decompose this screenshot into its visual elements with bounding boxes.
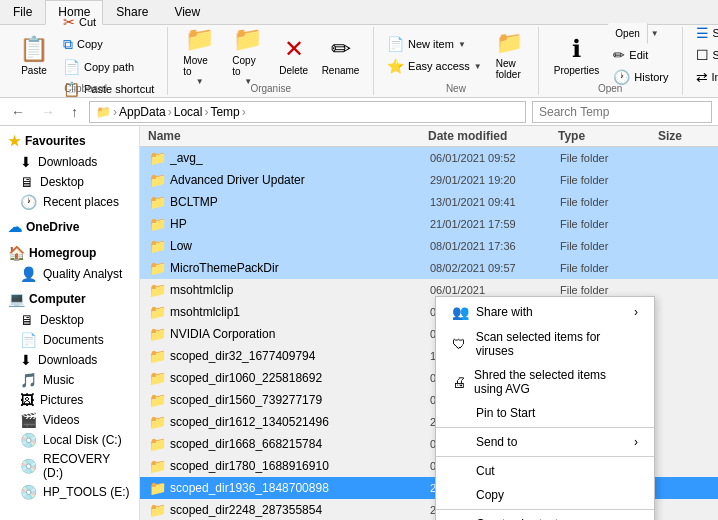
context-menu-item[interactable]: 🛡Scan selected items for viruses <box>436 325 654 363</box>
copy-to-button[interactable]: 📁 Copy to ▼ <box>225 20 271 91</box>
search-input[interactable] <box>532 101 712 123</box>
path-segment-1[interactable]: AppData <box>119 105 166 119</box>
clipboard-buttons: 📋 Paste ✂ Cut ⧉ Copy 📄 Copy path <box>12 29 159 81</box>
folder-icon: 📁 <box>149 414 166 430</box>
rename-icon: ✏ <box>331 35 351 63</box>
col-header-date[interactable]: Date modified <box>428 129 558 143</box>
ctx-item-icon: 🖨 <box>452 374 466 390</box>
copy-icon: ⧉ <box>63 36 73 53</box>
folder-icon: 📁 <box>149 502 166 518</box>
file-name: BCLTMP <box>170 195 430 209</box>
sidebar-item-documents[interactable]: 📄 Documents <box>0 330 139 350</box>
sidebar-item-recovery-d[interactable]: 💿 RECOVERY (D:) <box>0 450 139 482</box>
sidebar-item-local-disk-c[interactable]: 💿 Local Disk (C:) <box>0 430 139 450</box>
context-menu-item[interactable]: Cut <box>436 459 654 483</box>
sidebar-computer-header[interactable]: 💻 Computer <box>0 288 139 310</box>
table-row[interactable]: 📁 Low 08/01/2021 17:36 File folder <box>140 235 718 257</box>
sidebar-onedrive-label: OneDrive <box>26 220 79 234</box>
select-none-button[interactable]: ☐ Select none <box>691 44 718 66</box>
new-item-icon: 📄 <box>387 36 404 52</box>
invert-selection-button[interactable]: ⇄ Invert selection <box>691 66 718 88</box>
address-path[interactable]: 📁 › AppData › Local › Temp › <box>89 101 526 123</box>
delete-button[interactable]: ✕ Delete <box>273 30 314 81</box>
file-type: File folder <box>560 240 660 252</box>
file-date: 06/01/2021 09:52 <box>430 152 560 164</box>
context-menu-item[interactable]: Copy <box>436 483 654 507</box>
file-name: msohtmlclip <box>170 283 430 297</box>
file-date: 13/01/2021 09:41 <box>430 196 560 208</box>
open-main-button[interactable]: Open <box>608 23 646 44</box>
edit-button[interactable]: ✏ Edit <box>608 44 673 66</box>
context-menu-item[interactable]: Send to <box>436 430 654 454</box>
table-row[interactable]: 📁 Advanced Driver Updater 29/01/2021 19:… <box>140 169 718 191</box>
sidebar-item-videos[interactable]: 🎬 Videos <box>0 410 139 430</box>
invert-selection-icon: ⇄ <box>696 69 708 85</box>
sidebar-homegroup-section: 🏠 Homegroup 👤 Quality Analyst <box>0 242 139 284</box>
file-type: File folder <box>560 284 660 296</box>
copy-button[interactable]: ⧉ Copy <box>58 33 159 56</box>
sidebar-favourites-header[interactable]: ★ Favourites <box>0 130 139 152</box>
open-buttons: ℹ Properties Open ▼ ✏ Edit <box>547 29 674 81</box>
new-item-button[interactable]: 📄 New item ▼ <box>382 33 487 55</box>
copy-path-button[interactable]: 📄 Copy path <box>58 56 159 78</box>
table-row[interactable]: 📁 MicroThemePackDir 08/02/2021 09:57 Fil… <box>140 257 718 279</box>
context-menu-item[interactable]: Create shortcut <box>436 512 654 520</box>
sidebar-item-music[interactable]: 🎵 Music <box>0 370 139 390</box>
paste-button[interactable]: 📋 Paste <box>12 30 56 81</box>
context-menu-item[interactable]: 👥Share with <box>436 299 654 325</box>
col-header-size[interactable]: Size <box>658 129 718 143</box>
back-button[interactable]: ← <box>6 101 30 123</box>
table-row[interactable]: 📁 BCLTMP 13/01/2021 09:41 File folder <box>140 191 718 213</box>
easy-access-icon: ⭐ <box>387 58 404 74</box>
col-header-type[interactable]: Type <box>558 129 658 143</box>
organise-group-label: Organise <box>250 83 291 94</box>
sidebar-item-computer-desktop[interactable]: 🖥 Desktop <box>0 310 139 330</box>
file-name: scoped_dir1612_1340521496 <box>170 415 430 429</box>
open-dropdown-button[interactable]: ▼ <box>647 23 663 44</box>
easy-access-arrow: ▼ <box>474 62 482 71</box>
edit-icon: ✏ <box>613 47 625 63</box>
col-header-name[interactable]: Name <box>148 129 428 143</box>
easy-access-button[interactable]: ⭐ Easy access ▼ <box>382 55 487 77</box>
sidebar-item-quality-analyst[interactable]: 👤 Quality Analyst <box>0 264 139 284</box>
forward-button[interactable]: → <box>36 101 60 123</box>
sidebar-onedrive-header[interactable]: ☁ OneDrive <box>0 216 139 238</box>
context-menu-item[interactable]: Pin to Start <box>436 401 654 425</box>
up-button[interactable]: ↑ <box>66 101 83 123</box>
folder-icon: 📁 <box>149 326 166 342</box>
ribbon-group-select: ☰ Select all ☐ Select none ⇄ Invert sele… <box>683 27 718 95</box>
new-folder-button[interactable]: 📁 New folder <box>489 25 530 85</box>
context-menu-item[interactable]: 🖨Shred the selected items using AVG <box>436 363 654 401</box>
select-all-button[interactable]: ☰ Select all <box>691 22 718 44</box>
file-name: scoped_dir32_1677409794 <box>170 349 430 363</box>
sidebar-item-recent-places[interactable]: 🕐 Recent places <box>0 192 139 212</box>
folder-icon: 📁 <box>149 260 166 276</box>
computer-downloads-icon: ⬇ <box>20 352 32 368</box>
rename-button[interactable]: ✏ Rename <box>316 30 365 81</box>
ctx-item-label: Cut <box>476 464 495 478</box>
path-segment-3[interactable]: Temp <box>210 105 239 119</box>
properties-button[interactable]: ℹ Properties <box>547 30 607 81</box>
table-row[interactable]: 📁 HP 21/01/2021 17:59 File folder <box>140 213 718 235</box>
sidebar-homegroup-header[interactable]: 🏠 Homegroup <box>0 242 139 264</box>
videos-icon: 🎬 <box>20 412 37 428</box>
sidebar-item-desktop[interactable]: 🖥 Desktop <box>0 172 139 192</box>
context-menu-separator <box>436 456 654 457</box>
file-date: 21/01/2021 17:59 <box>430 218 560 230</box>
context-menu: 👥Share with🛡Scan selected items for viru… <box>435 296 655 520</box>
sidebar-item-pictures[interactable]: 🖼 Pictures <box>0 390 139 410</box>
table-row[interactable]: 📁 _avg_ 06/01/2021 09:52 File folder <box>140 147 718 169</box>
move-to-button[interactable]: 📁 Move to ▼ <box>176 20 223 91</box>
folder-icon: 📁 <box>149 348 166 364</box>
path-segment-2[interactable]: Local <box>174 105 203 119</box>
sidebar-item-hp-tools-e[interactable]: 💿 HP_TOOLS (E:) <box>0 482 139 502</box>
ribbon-group-open: ℹ Properties Open ▼ ✏ Edit <box>539 27 683 95</box>
folder-icon: 📁 <box>149 436 166 452</box>
sidebar-item-computer-downloads[interactable]: ⬇ Downloads <box>0 350 139 370</box>
file-type: File folder <box>560 262 660 274</box>
folder-icon: 📁 <box>149 392 166 408</box>
file-name: NVIDIA Corporation <box>170 327 430 341</box>
tab-file[interactable]: File <box>0 0 45 24</box>
sidebar-item-downloads[interactable]: ⬇ Downloads <box>0 152 139 172</box>
cut-button[interactable]: ✂ Cut <box>58 11 159 33</box>
